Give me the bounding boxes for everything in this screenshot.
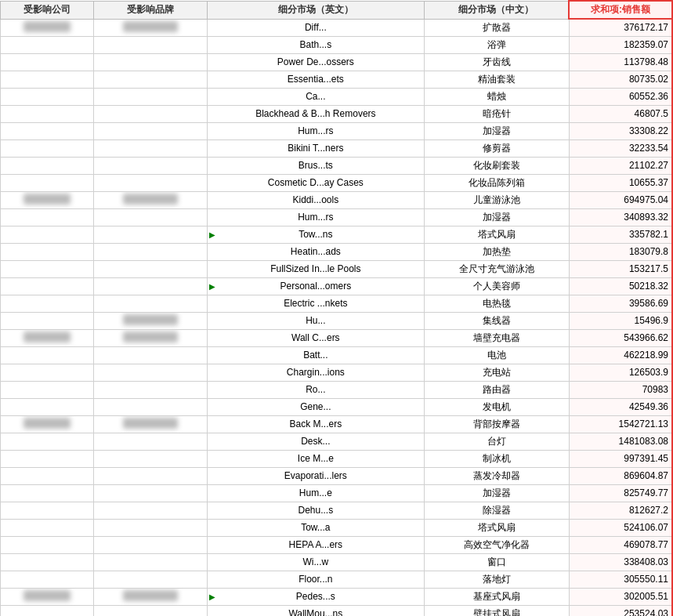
cell-market-en: Cosmetic D...ay Cases — [207, 174, 424, 191]
cell-market-en: Back M...ers — [207, 415, 424, 433]
cell-market-en: Wall C...ers — [207, 329, 424, 346]
cell-market-en: Ice M...e — [207, 450, 424, 467]
cell-sales: 335782.1 — [569, 226, 672, 243]
cell-company — [1, 260, 94, 277]
cell-market-zh: 墙壁充电器 — [424, 329, 569, 346]
cell-company — [1, 450, 94, 467]
cell-sales: 469078.77 — [569, 536, 672, 553]
cell-market-en: Power De...ossers — [207, 53, 424, 71]
cell-market-zh: 电热毯 — [424, 295, 569, 312]
cell-brand — [93, 105, 207, 122]
col-b-header: 受影响品牌 — [93, 1, 207, 19]
cell-market-zh: 个人美容师 — [424, 277, 569, 295]
cell-brand — [93, 450, 207, 467]
cell-market-en: Bath...s — [207, 36, 424, 53]
cell-market-zh: 充电站 — [424, 364, 569, 381]
table-row: Hum...rs加湿器33308.22 — [1, 122, 673, 140]
table-row: Power De...ossers牙齿线113798.48 — [1, 53, 673, 71]
cell-sales: 376172.17 — [569, 19, 672, 36]
cell-market-en: WallMou...ns — [207, 605, 424, 616]
table-row: Back M...ers背部按摩器1542721.13 — [1, 415, 673, 433]
cell-market-zh: 加湿器 — [424, 122, 569, 140]
cell-brand — [93, 484, 207, 502]
cell-sales: 253524.03 — [569, 605, 672, 616]
cell-sales: 32233.54 — [569, 140, 672, 157]
cell-market-zh: 化妆刷套装 — [424, 157, 569, 174]
cell-sales: 33308.22 — [569, 122, 672, 140]
cell-market-en: HEPA A...ers — [207, 536, 424, 553]
col-a-header: 受影响公司 — [1, 1, 94, 19]
cell-market-zh: 加湿器 — [424, 484, 569, 502]
cell-market-zh: 集线器 — [424, 312, 569, 329]
cell-company — [1, 536, 94, 553]
cell-brand — [93, 536, 207, 553]
table-row: Bikini T...ners修剪器32233.54 — [1, 140, 673, 157]
cell-brand — [93, 140, 207, 157]
cell-brand — [93, 88, 207, 105]
cell-market-zh: 路由器 — [424, 381, 569, 398]
cell-sales: 80735.02 — [569, 71, 672, 88]
cell-company — [1, 243, 94, 260]
cell-market-en: ▶Pedes...s — [207, 588, 424, 605]
table-row: Ca...蜡烛60552.36 — [1, 88, 673, 105]
cell-market-en: Blackhead & B...h Removers — [207, 105, 424, 122]
cell-brand — [93, 277, 207, 295]
table-row: Ro...路由器70983 — [1, 381, 673, 398]
cell-company — [1, 467, 94, 484]
cell-company — [1, 295, 94, 312]
table-row: Hum...rs加湿器340893.32 — [1, 208, 673, 226]
cell-brand — [93, 312, 207, 329]
col-d-header: 细分市场（中文） — [424, 1, 569, 19]
cell-brand — [93, 226, 207, 243]
cell-market-en: Dehu...s — [207, 502, 424, 519]
cell-sales: 694975.04 — [569, 191, 672, 208]
cell-market-en: Wi...w — [207, 553, 424, 571]
table-row: WallMou...ns壁挂式风扇253524.03 — [1, 605, 673, 616]
cell-market-en: Floor...n — [207, 571, 424, 588]
cell-brand — [93, 174, 207, 191]
cell-market-zh: 全尺寸充气游泳池 — [424, 260, 569, 277]
cell-brand — [93, 191, 207, 208]
table-row: ▶Tow...ns塔式风扇335782.1 — [1, 226, 673, 243]
cell-brand — [93, 553, 207, 571]
cell-market-en: Tow...a — [207, 519, 424, 536]
cell-sales: 524106.07 — [569, 519, 672, 536]
cell-company — [1, 605, 94, 616]
cell-company — [1, 398, 94, 415]
cell-brand — [93, 588, 207, 605]
cell-sales: 50218.32 — [569, 277, 672, 295]
table-row: HEPA A...ers高效空气净化器469078.77 — [1, 536, 673, 553]
cell-brand — [93, 157, 207, 174]
cell-market-zh: 修剪器 — [424, 140, 569, 157]
cell-market-zh: 基座式风扇 — [424, 588, 569, 605]
cell-market-en: Evaporati...lers — [207, 467, 424, 484]
cell-company — [1, 329, 94, 346]
cell-market-zh: 塔式风扇 — [424, 519, 569, 536]
cell-market-en: FullSized In...le Pools — [207, 260, 424, 277]
cell-brand — [93, 381, 207, 398]
cell-market-zh: 加热垫 — [424, 243, 569, 260]
cell-market-en: Desk... — [207, 433, 424, 450]
cell-market-en: Hu... — [207, 312, 424, 329]
cell-market-en: Heatin...ads — [207, 243, 424, 260]
cell-company — [1, 140, 94, 157]
cell-market-zh: 发电机 — [424, 398, 569, 415]
cell-market-en: Electric ...nkets — [207, 295, 424, 312]
cell-brand — [93, 605, 207, 616]
cell-market-en: Essentia...ets — [207, 71, 424, 88]
cell-brand — [93, 19, 207, 36]
cell-sales: 70983 — [569, 381, 672, 398]
cell-company — [1, 191, 94, 208]
cell-market-zh: 制冰机 — [424, 450, 569, 467]
cell-sales: 997391.45 — [569, 450, 672, 467]
cell-brand — [93, 415, 207, 433]
cell-sales: 153217.5 — [569, 260, 672, 277]
cell-market-zh: 化妆品陈列箱 — [424, 174, 569, 191]
cell-sales: 46807.5 — [569, 105, 672, 122]
cell-market-en: Diff... — [207, 19, 424, 36]
table-row: Chargin...ions充电站126503.9 — [1, 364, 673, 381]
cell-sales: 39586.69 — [569, 295, 672, 312]
cell-market-zh: 蒸发冷却器 — [424, 467, 569, 484]
cell-market-en: Ca... — [207, 88, 424, 105]
table-row: Cosmetic D...ay Cases化妆品陈列箱10655.37 — [1, 174, 673, 191]
